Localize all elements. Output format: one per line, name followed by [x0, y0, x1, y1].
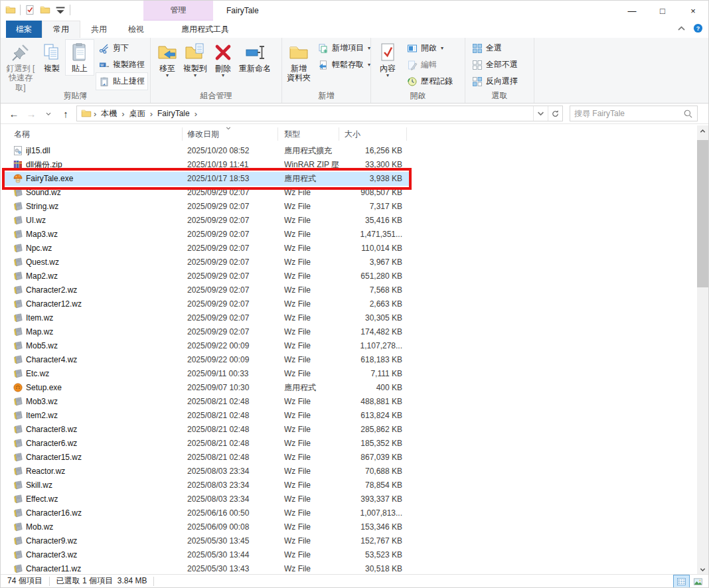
- collapse-ribbon-icon[interactable]: [676, 23, 686, 35]
- easy-access-button[interactable]: 輕鬆存取▾: [315, 56, 373, 73]
- folder-icon[interactable]: [5, 4, 17, 16]
- table-row[interactable]: Mob.wz 2025/06/09 00:08 Wz File 153,346 …: [3, 520, 410, 534]
- pin-to-quick-access-button[interactable]: 釘選到 [快速存取]: [3, 40, 38, 94]
- file-type: Wz File: [284, 339, 339, 353]
- table-row[interactable]: Item2.wz 2025/08/21 02:48 Wz File 613,82…: [3, 409, 410, 423]
- vertical-scrollbar[interactable]: [697, 125, 708, 575]
- search-input[interactable]: [570, 109, 676, 118]
- edit-button[interactable]: 編輯: [404, 56, 455, 73]
- copy-icon: [41, 42, 62, 63]
- thumbnails-view-button[interactable]: [690, 575, 706, 587]
- copy-button[interactable]: 複製: [38, 40, 66, 75]
- file-name: Item2.wz: [26, 411, 58, 420]
- file-type: Wz File: [284, 325, 339, 339]
- details-view-button[interactable]: [674, 575, 689, 587]
- select-all-button[interactable]: 全選: [469, 40, 520, 56]
- copy-to-button[interactable]: 複製到▾: [181, 40, 209, 80]
- scissors-icon: [99, 43, 110, 54]
- move-to-button[interactable]: 移至▾: [153, 40, 181, 80]
- group-label-clipboard: 剪貼簿: [1, 90, 150, 102]
- wz-file-icon: [13, 243, 23, 254]
- edit-icon: [407, 60, 418, 70]
- table-row[interactable]: Character9.wz 2025/05/30 13:45 Wz File 1…: [3, 534, 410, 548]
- column-header-type[interactable]: 類型: [278, 127, 339, 141]
- table-row[interactable]: Map3.wz 2025/09/29 02:07 Wz File 1,471,3…: [3, 228, 410, 242]
- table-row[interactable]: dll備份.zip 2025/10/19 11:41 WinRAR ZIP 壓縮…: [3, 158, 410, 172]
- tab-app-tools[interactable]: 應用程式工具: [171, 21, 240, 38]
- cut-button[interactable]: 剪下: [96, 40, 147, 56]
- select-none-button[interactable]: 全部不選: [469, 56, 520, 73]
- table-row[interactable]: Mob5.wz 2025/09/22 00:09 Wz File 1,107,2…: [3, 339, 410, 353]
- scrollbar-thumb[interactable]: [697, 140, 708, 287]
- table-row[interactable]: Character11.wz 2025/05/30 13:43 Wz File …: [3, 562, 410, 575]
- refresh-icon[interactable]: [548, 106, 562, 121]
- help-icon[interactable]: ?: [693, 23, 703, 35]
- table-row[interactable]: ijl15.dll 2025/10/20 08:52 應用程式擴充 16,256…: [3, 144, 410, 158]
- tab-home[interactable]: 常用: [42, 21, 80, 38]
- maximize-button[interactable]: □: [647, 1, 678, 21]
- table-row[interactable]: Skill.wz 2025/08/03 23:34 Wz File 78,854…: [3, 478, 410, 492]
- table-row[interactable]: Effect.wz 2025/08/03 23:34 Wz File 393,3…: [3, 492, 410, 506]
- minimize-button[interactable]: —: [617, 1, 647, 21]
- table-row[interactable]: Map2.wz 2025/09/29 02:07 Wz File 651,280…: [3, 269, 410, 283]
- table-row[interactable]: UI.wz 2025/09/29 02:07 Wz File 35,416 KB: [3, 214, 410, 228]
- table-row[interactable]: Etc.wz 2025/09/11 00:33 Wz File 7,111 KB: [3, 367, 410, 381]
- file-date: 2025/05/30 13:44: [187, 548, 284, 562]
- table-row[interactable]: Reactor.wz 2025/08/03 23:34 Wz File 70,6…: [3, 465, 410, 478]
- up-icon[interactable]: ↑: [58, 108, 74, 119]
- new-folder-button[interactable]: 新增資料夾: [285, 40, 313, 85]
- history-dropdown-icon[interactable]: [40, 108, 56, 119]
- table-row[interactable]: Npc.wz 2025/09/29 02:07 Wz File 110,014 …: [3, 242, 410, 256]
- properties-check-icon[interactable]: [24, 4, 36, 16]
- breadcrumb-this-pc[interactable]: 本機: [98, 108, 119, 119]
- breadcrumb-current-folder[interactable]: FairyTale: [155, 109, 193, 118]
- paste-button[interactable]: 貼上: [66, 40, 94, 75]
- back-icon[interactable]: ←: [6, 108, 22, 119]
- address-bar[interactable]: › 本機 › 桌面 › FairyTale ›: [76, 106, 563, 121]
- table-row[interactable]: Character6.wz 2025/08/21 02:48 Wz File 1…: [3, 437, 410, 451]
- table-row[interactable]: Character15.wz 2025/08/21 02:48 Wz File …: [3, 451, 410, 465]
- wz-file-icon: [13, 340, 23, 351]
- address-dropdown-icon[interactable]: [533, 106, 548, 121]
- file-type: Wz File: [284, 367, 339, 381]
- column-header-name[interactable]: 名稱: [1, 127, 183, 141]
- table-row[interactable]: Character8.wz 2025/08/21 02:48 Wz File 2…: [3, 423, 410, 437]
- table-row[interactable]: String.wz 2025/09/29 02:07 Wz File 7,317…: [3, 200, 410, 214]
- history-button[interactable]: 歷程記錄: [404, 73, 455, 90]
- forward-icon[interactable]: →: [23, 108, 39, 119]
- file-size: 393,337 KB: [339, 492, 402, 506]
- search-icon[interactable]: [683, 109, 693, 121]
- contextual-tab-header: 管理: [143, 1, 213, 21]
- new-item-button[interactable]: 新增項目▾: [315, 40, 373, 56]
- customize-qat-icon[interactable]: [54, 4, 66, 16]
- breadcrumb-desktop[interactable]: 桌面: [127, 108, 148, 119]
- new-folder-qat-icon[interactable]: [39, 4, 51, 16]
- tab-file[interactable]: 檔案: [6, 21, 42, 38]
- tab-view[interactable]: 檢視: [118, 21, 155, 38]
- table-row[interactable]: Quest.wz 2025/09/29 02:07 Wz File 3,967 …: [3, 256, 410, 269]
- scroll-up-icon[interactable]: [697, 125, 708, 137]
- properties-button[interactable]: 內容▾: [374, 40, 402, 80]
- table-row[interactable]: Mob3.wz 2025/08/21 02:48 Wz File 488,881…: [3, 395, 410, 409]
- table-row[interactable]: Map.wz 2025/09/29 02:07 Wz File 174,482 …: [3, 325, 410, 339]
- copy-path-button[interactable]: W 複製路徑: [96, 56, 147, 73]
- rename-button[interactable]: 重新命名: [237, 40, 273, 75]
- column-header-size[interactable]: 大小: [339, 127, 407, 141]
- table-row[interactable]: Setup.exe 2025/09/07 10:30 應用程式 400 KB: [3, 381, 410, 395]
- file-type: Wz File: [284, 437, 339, 451]
- table-row[interactable]: Character16.wz 2025/06/16 00:50 Wz File …: [3, 506, 410, 520]
- tab-share[interactable]: 共用: [80, 21, 118, 38]
- close-button[interactable]: ×: [678, 1, 708, 21]
- table-row[interactable]: Character2.wz 2025/09/29 02:07 Wz File 7…: [3, 283, 410, 297]
- delete-button[interactable]: 刪除▾: [209, 40, 237, 80]
- table-row[interactable]: Item.wz 2025/09/29 02:07 Wz File 30,305 …: [3, 311, 410, 325]
- open-button[interactable]: 開啟▾: [404, 40, 455, 56]
- table-row[interactable]: Sound.wz 2025/09/29 02:07 Wz File 908,50…: [3, 186, 410, 200]
- table-row[interactable]: Character4.wz 2025/09/22 00:09 Wz File 6…: [3, 353, 410, 367]
- paste-shortcut-button[interactable]: 貼上捷徑: [96, 73, 147, 90]
- file-type: Wz File: [284, 269, 339, 283]
- table-row[interactable]: Character12.wz 2025/09/29 02:07 Wz File …: [3, 297, 410, 311]
- table-row[interactable]: FairyTale.exe 2025/10/17 18:53 應用程式 3,93…: [3, 172, 410, 186]
- table-row[interactable]: Character3.wz 2025/05/30 13:44 Wz File 5…: [3, 548, 410, 562]
- invert-selection-button[interactable]: 反向選擇: [469, 73, 520, 90]
